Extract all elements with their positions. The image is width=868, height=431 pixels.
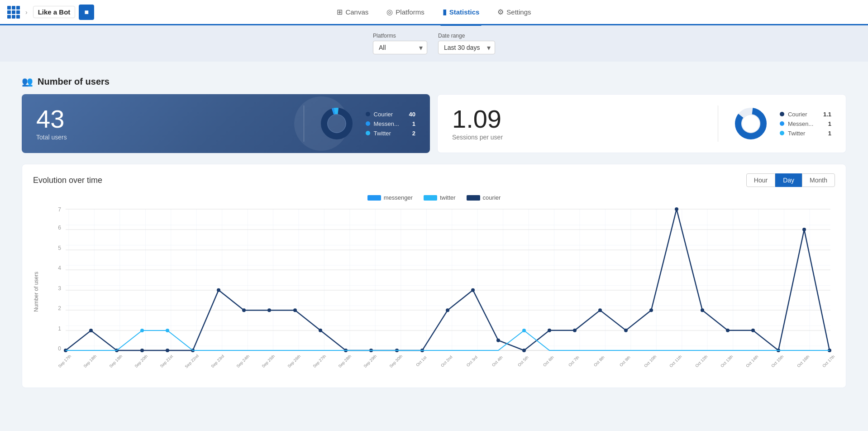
svg-text:Oct 9th: Oct 9th (619, 355, 631, 368)
svg-text:Oct 5th: Oct 5th (517, 355, 529, 368)
section-header: 👥 Number of users (22, 76, 846, 87)
users-donut (319, 105, 355, 142)
courier-dot (366, 112, 370, 116)
sessions-main: 1.09 Sessions per user (452, 106, 703, 141)
legend-messenger-chart: messenger (367, 194, 413, 201)
nav-canvas[interactable]: ⊞ Canvas (335, 0, 370, 26)
twitter-point-4 (166, 329, 169, 332)
nav-platforms[interactable]: ◎ Platforms (385, 0, 426, 26)
grid-icon[interactable] (7, 6, 20, 19)
courier-point-20 (573, 329, 577, 332)
svg-text:Oct 12th: Oct 12th (694, 354, 708, 368)
legend-courier: Courier 40 (366, 111, 415, 118)
platforms-filter-label: Platforms (373, 33, 427, 39)
chart-outer: Number of users 0 1 2 3 (33, 205, 835, 378)
platforms-icon: ◎ (386, 8, 393, 16)
svg-text:3: 3 (58, 285, 61, 292)
date-range-filter-label: Date range (438, 33, 495, 39)
messenger-dot (366, 121, 370, 126)
s-messenger-dot (780, 121, 784, 126)
svg-text:Oct 8th: Oct 8th (593, 355, 606, 368)
sessions-card: 1.09 Sessions per user Courier 1.1 (437, 94, 846, 153)
sessions-value: 1.09 (452, 106, 703, 132)
courier-point-25 (701, 308, 704, 312)
nav-settings[interactable]: ⚙ Settings (496, 0, 533, 26)
canvas-icon: ⊞ (337, 8, 343, 16)
twitter-color (424, 195, 437, 201)
y-axis-label-container: Number of users (33, 205, 39, 378)
evolution-header: Evolution over time Hour Day Month (33, 173, 835, 187)
courier-point-4 (166, 349, 169, 352)
courier-point-22 (624, 329, 628, 332)
courier-point-9 (293, 308, 297, 312)
svg-text:Oct 7th: Oct 7th (568, 355, 580, 368)
sessions-legend-twitter: Twitter 1 (780, 130, 831, 137)
month-btn[interactable]: Month (802, 173, 835, 187)
twitter-value: 2 (412, 130, 415, 137)
courier-point-6 (217, 288, 220, 292)
section-title: Number of users (38, 77, 110, 87)
twitter-dot (366, 131, 370, 135)
breadcrumb-chevron: › (25, 9, 28, 16)
svg-text:6: 6 (58, 225, 61, 231)
svg-text:Oct 16th: Oct 16th (796, 354, 810, 368)
courier-point-27 (751, 329, 755, 332)
settings-label: Settings (506, 8, 531, 16)
nav-statistics[interactable]: ▮ Statistics (441, 0, 482, 26)
evolution-card: Evolution over time Hour Day Month messe… (22, 164, 846, 388)
sessions-divider (718, 105, 718, 142)
users-legend: Courier 40 Messen... 1 Twitter 2 (366, 111, 415, 137)
statistics-icon: ▮ (443, 8, 447, 16)
svg-text:7: 7 (58, 206, 61, 213)
svg-text:Sep 26th: Sep 26th (287, 354, 302, 369)
sessions-legend-messenger: Messen... 1 (780, 120, 831, 127)
twitter-name: Twitter (374, 130, 405, 137)
users-icon: 👥 (22, 76, 33, 87)
svg-text:Oct 14th: Oct 14th (745, 354, 759, 368)
svg-text:1: 1 (58, 326, 61, 332)
s-messenger-value: 1 (828, 120, 831, 127)
platforms-label: Platforms (396, 8, 424, 16)
svg-text:Sep 23rd: Sep 23rd (210, 354, 225, 369)
svg-text:Oct 3rd: Oct 3rd (466, 355, 478, 368)
courier-name: Courier (374, 111, 405, 118)
date-range-filter-group: Date range Last 30 days Last 7 days Last… (438, 33, 495, 54)
svg-text:Sep 30th: Sep 30th (389, 354, 404, 369)
evolution-title: Evolution over time (33, 176, 102, 185)
hour-btn[interactable]: Hour (746, 173, 775, 187)
twitter-point-3 (140, 329, 144, 332)
svg-text:Oct 15th: Oct 15th (770, 354, 784, 368)
svg-text:5: 5 (58, 245, 61, 251)
courier-point-3 (140, 349, 144, 352)
users-card: 43 Total users Courie (22, 94, 430, 153)
users-chart-area: Courier 40 Messen... 1 Twitter 2 (319, 105, 415, 142)
date-range-select[interactable]: Last 30 days Last 7 days Last 90 days (438, 41, 495, 54)
courier-point-21 (598, 308, 602, 312)
svg-text:2: 2 (58, 305, 61, 311)
statistics-label: Statistics (449, 8, 480, 16)
legend-twitter: Twitter 2 (366, 130, 415, 137)
bot-icon: ■ (79, 5, 94, 20)
courier-point-18 (522, 349, 526, 352)
svg-text:4: 4 (58, 265, 61, 271)
courier-point-15 (446, 308, 449, 312)
nav-left: › Like a Bot ■ (7, 5, 94, 20)
day-btn[interactable]: Day (775, 173, 802, 187)
twitter-chart-label: twitter (440, 194, 456, 201)
platforms-select[interactable]: All Courier Messenger Twitter (373, 41, 427, 54)
svg-text:Sep 21st: Sep 21st (159, 354, 174, 369)
svg-text:Sep 19th: Sep 19th (109, 354, 124, 369)
legend-twitter-chart: twitter (424, 194, 456, 201)
s-messenger-name: Messen... (788, 120, 820, 127)
svg-text:Sep 27th: Sep 27th (312, 354, 327, 369)
svg-text:Oct 11th: Oct 11th (668, 354, 682, 368)
courier-point-8 (267, 308, 271, 312)
svg-text:Sep 17th: Sep 17th (57, 354, 72, 369)
users-main: 43 Total users (36, 106, 289, 141)
main-content: 👥 Number of users 43 Total users (0, 62, 868, 402)
filter-bar: Platforms All Courier Messenger Twitter … (0, 25, 868, 62)
s-twitter-name: Twitter (788, 130, 820, 137)
bot-name[interactable]: Like a Bot (33, 6, 76, 18)
courier-point-7 (242, 308, 246, 312)
svg-text:Oct 4th: Oct 4th (491, 355, 504, 368)
